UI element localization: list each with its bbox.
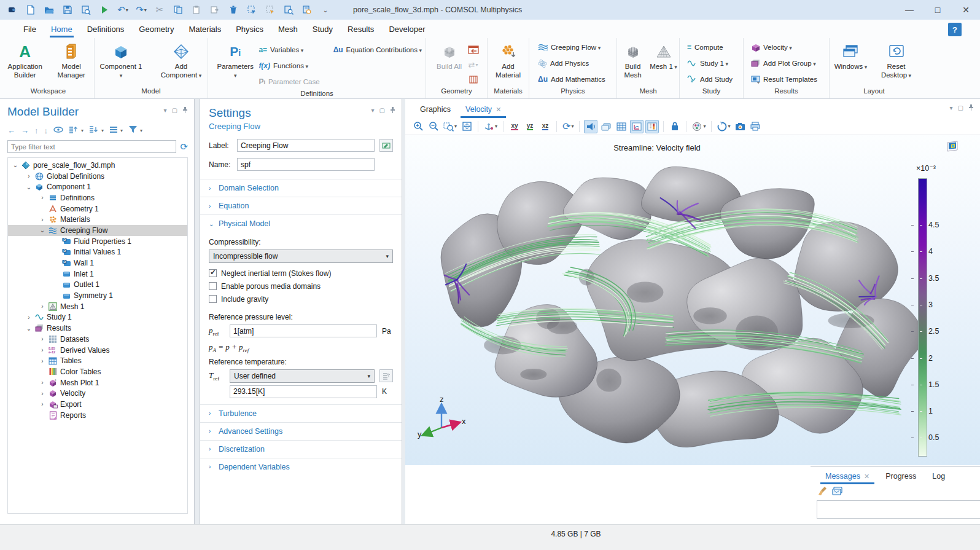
float-panel-icon[interactable]: ▢ [172,107,177,114]
tref-select[interactable]: User defined [230,369,375,383]
forward-icon[interactable]: → [21,126,29,135]
build-mesh-button[interactable]: Build Mesh [619,42,647,79]
zoom-selected-button[interactable] [281,2,296,17]
parameter-case-button[interactable]: PiParameter Case [255,74,323,90]
checkbox-enable-porous-media-domains[interactable]: Enable porous media domains [209,280,393,293]
tab-results[interactable]: Results [340,20,381,38]
tree-item-study-1[interactable]: ›Study 1 [8,312,187,323]
name-input[interactable] [237,158,375,171]
save-button[interactable] [60,2,75,17]
environment-icon[interactable] [599,120,613,133]
application-builder-button[interactable]: A Application Builder [2,42,48,79]
compressibility-select[interactable]: Incompressible flow [209,249,393,263]
checkbox-icon[interactable] [209,269,217,277]
model-manager-button[interactable]: Model Manager [49,42,95,79]
tree-item-export[interactable]: ›Export [8,399,187,410]
tree-item-symmetry-1[interactable]: Symmetry 1 [8,290,187,301]
minimize-button[interactable]: — [895,0,924,20]
expand-icon[interactable]: › [37,336,47,342]
tree-item-outlet-1[interactable]: Outlet 1 [8,280,187,291]
section-discretization[interactable]: ›Discretization [200,440,402,458]
tab-velocity[interactable]: Velocity✕ [459,102,507,118]
zoom-in-icon[interactable] [411,120,425,133]
maximize-button[interactable]: □ [924,0,952,20]
view-yz-icon[interactable]: yz [523,120,537,133]
print-icon[interactable] [749,120,762,133]
tree-item-component-1[interactable]: ⌄Component 1 [8,181,187,192]
expand-icon[interactable]: › [37,216,47,223]
tree-item-fluid-properties-1[interactable]: DFluid Properties 1 [8,236,187,247]
tree-item-geometry-1[interactable]: Geometry 1 [8,203,187,214]
panel-menu-icon[interactable]: ▾ [950,104,953,111]
add-mathematics-button[interactable]: ΔuAdd Mathematics [534,71,609,87]
expand-all-icon[interactable] [89,126,99,135]
move-down-icon[interactable]: ↓ [44,126,49,135]
compute-button[interactable]: =Compute [683,39,727,55]
view-xy-icon[interactable]: xy [508,120,521,133]
color-legend-icon[interactable] [645,120,659,133]
add-material-button[interactable]: Add Material [490,42,527,79]
checkbox-include-gravity[interactable]: Include gravity [209,293,393,305]
variables-button[interactable]: a=Variables [255,42,323,58]
velocity-plot-dropdown[interactable]: Velocity [747,39,796,55]
checkbox-icon[interactable] [209,295,217,303]
tab-graphics[interactable]: Graphics [414,102,457,118]
label-input[interactable] [237,139,375,152]
tree-item-results[interactable]: ⌄Results [8,323,187,334]
add-physics-button[interactable]: Add Physics [534,55,593,71]
cut-button[interactable]: ✂ [152,2,167,17]
tree-item-color-tables[interactable]: Color Tables [8,366,187,377]
select-box-button[interactable] [244,2,259,17]
mesh-1-button[interactable]: Mesh 1 [650,42,678,71]
close-tab-icon[interactable]: ✕ [864,473,869,480]
rotate-view-icon[interactable]: ⟳▾ [561,120,575,133]
back-icon[interactable]: ← [7,126,15,135]
expand-icon[interactable]: › [37,379,47,386]
import-geometry-icon[interactable] [467,43,480,57]
section-domain-selection[interactable]: ›Domain Selection [200,179,402,197]
tree-item-reports[interactable]: Reports [8,410,187,421]
open-file-button[interactable] [42,2,56,17]
run-button[interactable] [97,2,112,17]
close-tab-icon[interactable]: ✕ [496,106,501,113]
lock-axis-icon[interactable] [668,120,682,133]
tref-input[interactable] [230,385,377,398]
tree-item-velocity[interactable]: ›Velocity [8,388,187,399]
tree-item-creeping-flow[interactable]: ⌄Creeping Flow [8,225,187,236]
delete-button[interactable] [226,2,241,17]
default-view-button[interactable] [946,140,960,152]
physics-interface-dropdown[interactable]: Creeping Flow [534,39,604,55]
tab-geometry[interactable]: Geometry [131,20,181,38]
section-advanced-settings[interactable]: ›Advanced Settings [200,422,402,440]
new-file-button[interactable] [23,2,38,17]
tab-study[interactable]: Study [305,20,340,38]
collapse-icon[interactable]: ⌄ [24,325,34,332]
component-1-button[interactable]: Component 1 [98,42,144,79]
checkbox-icon[interactable] [209,282,217,290]
expand-icon[interactable]: › [37,401,47,407]
paste-button[interactable] [189,2,204,17]
tree-item-definitions[interactable]: ›Definitions [8,192,187,203]
tree-item-initial-values-1[interactable]: DInitial Values 1 [8,247,187,258]
show-icon[interactable] [53,126,63,135]
checkbox-neglect-inertial-term-stokes-flow-[interactable]: Neglect inertial term (Stokes flow) [209,267,393,280]
tree-item-global-definitions[interactable]: ›Global Definitions [8,171,187,182]
collapse-icon[interactable]: ⌄ [37,227,47,234]
pin-panel-icon[interactable] [182,106,188,114]
tab-physics[interactable]: Physics [228,20,271,38]
section-physical-model[interactable]: ⌄Physical Model [200,214,402,232]
reset-desktop-button[interactable]: Reset Desktop [877,42,916,79]
panel-menu-icon[interactable]: ▾ [371,107,375,114]
section-equation[interactable]: ›Equation [200,197,402,214]
move-up-icon[interactable]: ↑ [34,126,39,135]
pin-panel-icon[interactable] [968,104,974,112]
panel-menu-icon[interactable]: ▾ [164,107,167,114]
filter-icon[interactable] [128,125,138,135]
expand-icon[interactable]: › [37,303,47,310]
tree-item-tables[interactable]: ›Tables [8,355,187,366]
section-dependent-variables[interactable]: ›Dependent Variables [200,458,402,476]
tab-messages[interactable]: Messages✕ [819,469,876,484]
collapse-all-icon[interactable] [69,126,79,135]
messages-output[interactable] [817,500,980,519]
build-all-button[interactable]: Build All [434,42,465,71]
